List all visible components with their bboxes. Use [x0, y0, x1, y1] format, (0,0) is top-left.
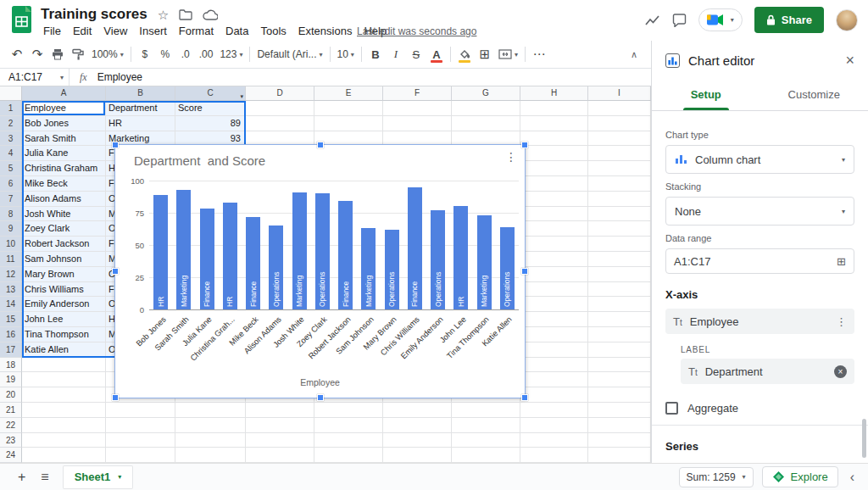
cell-I12[interactable] [588, 267, 651, 282]
cell-I8[interactable] [588, 207, 651, 222]
cell-I5[interactable] [588, 161, 651, 176]
cell-H17[interactable] [520, 342, 588, 358]
cell-C22[interactable] [175, 418, 246, 433]
select-data-range-icon[interactable]: ⊞ [837, 255, 846, 268]
cell-A2[interactable]: Bob Jones [22, 116, 106, 131]
bold-icon[interactable]: B [365, 43, 386, 65]
cell-I3[interactable] [588, 131, 651, 147]
row-header-15[interactable]: 15 [0, 312, 22, 327]
cell-H22[interactable] [520, 418, 588, 433]
row-header-21[interactable]: 21 [0, 403, 22, 418]
cell-H8[interactable] [520, 207, 588, 222]
select-all-corner[interactable] [0, 86, 22, 101]
row-header-14[interactable]: 14 [0, 297, 22, 312]
cell-B1[interactable]: Department [106, 101, 175, 116]
sheet-tab-sheet1[interactable]: Sheet1 ▾ [64, 466, 133, 488]
cell-I13[interactable] [588, 282, 651, 298]
row-header-12[interactable]: 12 [0, 267, 22, 282]
row-header-22[interactable]: 22 [0, 418, 22, 433]
cell-A18[interactable] [22, 358, 106, 373]
row-header-11[interactable]: 11 [0, 252, 22, 267]
cell-H10[interactable] [520, 237, 588, 252]
cell-H20[interactable] [520, 387, 588, 403]
all-sheets-icon[interactable]: ≡ [33, 470, 56, 485]
data-range-input[interactable]: A1:C17 ⊞ [665, 248, 854, 274]
cell-D23[interactable] [246, 433, 314, 448]
x-axis-field[interactable]: Tt Employee ⋮ [665, 309, 854, 334]
x-axis-menu-icon[interactable]: ⋮ [836, 315, 847, 328]
cell-A4[interactable]: Julia Kane [22, 146, 106, 161]
row-header-19[interactable]: 19 [0, 372, 22, 387]
zoom-select[interactable]: 100%▾ [88, 43, 127, 65]
font-size-select[interactable]: 10▾ [334, 43, 358, 65]
col-header-D[interactable]: D [246, 86, 314, 101]
col-header-A[interactable]: A [22, 86, 106, 101]
cell-G21[interactable] [452, 403, 520, 418]
share-button[interactable]: Share [754, 7, 824, 33]
font-select[interactable]: Default (Ari...▾ [253, 43, 326, 65]
add-sheet-icon[interactable]: + [10, 470, 33, 485]
explore-button[interactable]: Explore [762, 466, 838, 487]
cell-H11[interactable] [520, 252, 588, 267]
collapse-toolbar-icon[interactable]: ∧ [624, 49, 644, 60]
strikethrough-icon[interactable]: S [406, 43, 426, 65]
close-panel-icon[interactable]: × [845, 53, 854, 68]
sum-indicator[interactable]: Sum: 1259 ▾ [679, 467, 754, 487]
cell-A8[interactable]: Josh White [22, 207, 106, 222]
cell-D24[interactable] [246, 448, 314, 463]
cell-B21[interactable] [106, 403, 175, 418]
col-header-H[interactable]: H [520, 86, 588, 101]
cell-H5[interactable] [520, 161, 588, 176]
cell-I14[interactable] [588, 297, 651, 312]
cell-I23[interactable] [588, 433, 651, 448]
merge-cells-icon[interactable]: ▾ [495, 43, 521, 65]
menu-data[interactable]: Data [220, 23, 254, 39]
cell-H3[interactable] [520, 131, 588, 147]
cell-A15[interactable]: John Lee [22, 312, 106, 327]
cell-H12[interactable] [520, 267, 588, 282]
row-header-3[interactable]: 3 [0, 131, 22, 147]
cell-B24[interactable] [106, 448, 175, 463]
cell-H18[interactable] [520, 358, 588, 373]
cell-E24[interactable] [314, 448, 383, 463]
cell-A10[interactable]: Robert Jackson [22, 237, 106, 252]
cell-I24[interactable] [588, 448, 651, 463]
cell-E2[interactable] [314, 116, 383, 131]
cell-H2[interactable] [520, 116, 588, 131]
borders-icon[interactable]: ⊞ [475, 43, 495, 65]
cell-F23[interactable] [383, 433, 452, 448]
last-edit-link[interactable]: Last edit was seconds ago [357, 25, 476, 37]
menu-extensions[interactable]: Extensions [292, 23, 359, 39]
cell-H4[interactable] [520, 146, 588, 161]
chart-resize-handle[interactable] [112, 142, 119, 148]
cell-A9[interactable]: Zoey Clark [22, 221, 106, 237]
cell-C21[interactable] [175, 403, 246, 418]
row-header-2[interactable]: 2 [0, 116, 22, 131]
cell-G22[interactable] [452, 418, 520, 433]
chart-resize-handle[interactable] [317, 394, 324, 401]
format-currency-icon[interactable]: $ [135, 43, 155, 65]
menu-edit[interactable]: Edit [67, 23, 97, 39]
row-header-10[interactable]: 10 [0, 237, 22, 252]
cell-I10[interactable] [588, 237, 651, 252]
cell-A22[interactable] [22, 418, 106, 433]
cell-A17[interactable]: Katie Allen [22, 342, 106, 358]
stacking-select[interactable]: None ▾ [665, 197, 854, 226]
cell-I21[interactable] [588, 403, 651, 418]
cell-C23[interactable] [175, 433, 246, 448]
cell-A16[interactable]: Tina Thompson [22, 327, 106, 342]
text-color-icon[interactable]: A [426, 43, 447, 65]
cell-F1[interactable] [383, 101, 452, 116]
menu-format[interactable]: Format [173, 23, 220, 39]
cell-D21[interactable] [246, 403, 314, 418]
cell-I20[interactable] [588, 387, 651, 403]
decrease-decimals-icon[interactable]: .0 [175, 43, 196, 65]
undo-icon[interactable]: ↶ [7, 43, 27, 65]
tab-setup[interactable]: Setup [652, 80, 760, 110]
cell-A6[interactable]: Mike Beck [22, 176, 106, 192]
cell-A24[interactable] [22, 448, 106, 463]
cell-I18[interactable] [588, 358, 651, 373]
cell-F24[interactable] [383, 448, 452, 463]
cell-G1[interactable] [452, 101, 520, 116]
cell-A20[interactable] [22, 387, 106, 403]
